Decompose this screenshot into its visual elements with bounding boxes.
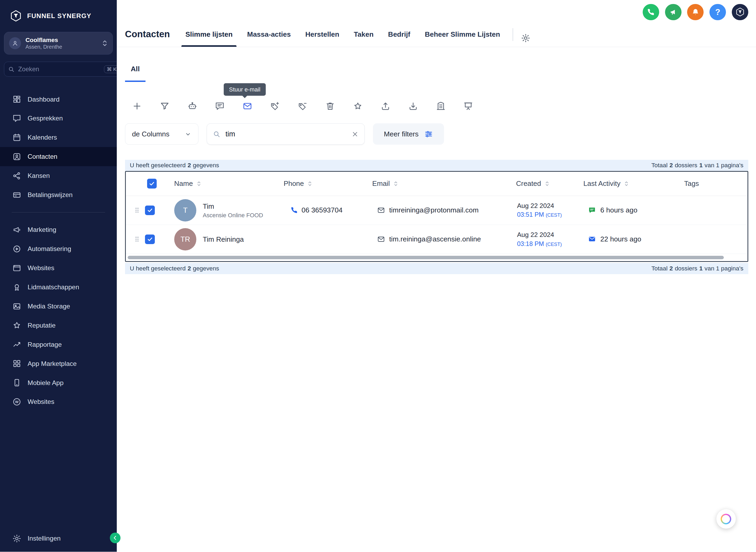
table-row[interactable]: TR Tim Reininga tim.reininga@ascensie.on… xyxy=(126,225,748,254)
conversations-icon xyxy=(12,114,21,123)
reporting-icon xyxy=(12,340,21,349)
favorite-button[interactable] xyxy=(352,100,364,112)
notifications-button[interactable] xyxy=(687,4,704,20)
brand-name: FUNNEL SYNERGY xyxy=(27,12,91,20)
memberships-icon xyxy=(12,283,21,292)
delete-contacts-button[interactable] xyxy=(325,100,336,112)
smart-list-tab-all[interactable]: All xyxy=(125,58,145,82)
more-filters-button[interactable]: Meer filters xyxy=(373,123,444,145)
contacts-icon xyxy=(12,152,21,161)
send-email-button[interactable] xyxy=(242,100,253,112)
avatar: T xyxy=(174,199,197,222)
brand-badge[interactable] xyxy=(732,4,748,20)
column-label: Name xyxy=(174,179,193,188)
automation-icon xyxy=(12,244,21,254)
sidebar-item-kansen[interactable]: Kansen xyxy=(0,166,117,185)
sidebar-item-media-storage[interactable]: Media Storage xyxy=(0,297,117,316)
sidebar-item-label: Marketing xyxy=(28,226,56,234)
account-switcher[interactable]: Coolflames Assen, Drenthe xyxy=(4,32,113,54)
help-button[interactable]: ? xyxy=(710,4,726,20)
sidebar-item-label: Kansen xyxy=(28,172,50,179)
sidebar-search-box[interactable]: ⌘ K xyxy=(4,62,123,77)
row-select-checkbox[interactable] xyxy=(145,205,154,215)
columns-dropdown[interactable]: de Columns xyxy=(125,123,199,145)
table-row[interactable]: T Tim Ascensie Online FOOD 06 36593704 t… xyxy=(126,196,748,225)
tab-slimme-lijsten[interactable]: Slimme lijsten xyxy=(181,30,237,47)
column-header-phone[interactable]: Phone xyxy=(283,179,372,188)
send-sms-button[interactable] xyxy=(214,100,226,112)
sidebar-item-websites[interactable]: Websites xyxy=(0,258,117,278)
sidebar-item-betalingswijzen[interactable]: Betalingswijzen xyxy=(0,185,117,204)
created-timezone: (CEST) xyxy=(546,242,562,247)
envelope-icon xyxy=(242,101,252,111)
envelope-icon xyxy=(377,235,385,243)
add-tag-button[interactable] xyxy=(269,100,281,112)
brand-hexagon-icon xyxy=(10,10,22,22)
tab-bedrijf[interactable]: Bedrijf xyxy=(384,30,414,47)
sidebar-item-app-marketplace[interactable]: App Marketplace xyxy=(0,354,117,373)
sidebar-item-gesprekken[interactable]: Gesprekken xyxy=(0,109,117,128)
contact-search-input[interactable] xyxy=(226,130,347,138)
sidebar-item-label: Websites xyxy=(28,398,54,406)
page-current: 1 xyxy=(699,265,703,272)
screen-share-button[interactable] xyxy=(463,100,474,112)
header-divider xyxy=(513,28,513,41)
sidebar-item-instellingen[interactable]: Instellingen xyxy=(0,529,117,548)
sort-icon xyxy=(307,180,313,187)
sidebar-item-wordpress[interactable]: W Websites xyxy=(0,392,117,411)
tab-taken[interactable]: Taken xyxy=(350,30,377,47)
tab-herstellen[interactable]: Herstellen xyxy=(301,30,343,47)
sidebar-item-label: Media Storage xyxy=(28,303,70,310)
sidebar-item-label: Reputatie xyxy=(28,322,55,329)
company-button[interactable] xyxy=(435,100,447,112)
sidebar-item-label: Gesprekken xyxy=(28,115,63,122)
sidebar-item-lidmaatschappen[interactable]: Lidmaatschappen xyxy=(0,278,117,297)
call-button[interactable] xyxy=(643,4,659,20)
table-header-row: Name Phone Email Created Last Activity T… xyxy=(126,172,748,196)
sidebar-item-marketing[interactable]: Marketing xyxy=(0,220,117,239)
floating-assistant-button[interactable] xyxy=(716,509,736,529)
sidebar-item-label: Websites xyxy=(28,264,54,272)
export-contacts-button[interactable] xyxy=(380,100,391,112)
more-filters-label: Meer filters xyxy=(384,130,418,138)
drag-handle[interactable] xyxy=(134,206,140,214)
tab-beheer-slimme-lijsten[interactable]: Beheer Slimme Lijsten xyxy=(421,30,504,47)
contact-search-box[interactable] xyxy=(207,123,365,145)
column-header-name[interactable]: Name xyxy=(174,179,283,188)
sidebar-item-dashboard[interactable]: Dashboard xyxy=(0,90,117,109)
settings-gear-button[interactable] xyxy=(521,33,530,43)
tag-minus-icon xyxy=(298,101,308,111)
selected-suffix: gegevens xyxy=(193,162,219,169)
add-contact-button[interactable] xyxy=(131,100,143,112)
filter-button[interactable] xyxy=(159,100,170,112)
column-header-created[interactable]: Created xyxy=(516,179,583,188)
column-header-tags[interactable]: Tags xyxy=(684,179,748,188)
row-select-checkbox[interactable] xyxy=(145,235,154,244)
envelope-icon xyxy=(377,206,385,214)
sidebar-item-rapportage[interactable]: Rapportage xyxy=(0,335,117,354)
drag-handle[interactable] xyxy=(134,235,140,243)
sidebar-collapse-button[interactable] xyxy=(110,533,121,543)
horizontal-scrollbar[interactable] xyxy=(128,256,724,259)
column-header-email[interactable]: Email xyxy=(372,179,516,188)
sidebar-item-automatisering[interactable]: Automatisering xyxy=(0,239,117,258)
select-all-checkbox[interactable] xyxy=(147,179,157,188)
column-header-last-activity[interactable]: Last Activity xyxy=(583,179,684,188)
import-contacts-button[interactable] xyxy=(407,100,419,112)
sidebar-item-kalenders[interactable]: Kalenders xyxy=(0,128,117,147)
selection-info-bar-top: U heeft geselecteerd 2 gegevens Totaal 2… xyxy=(125,160,748,171)
sidebar-item-reputatie[interactable]: Reputatie xyxy=(0,316,117,335)
sidebar-search-input[interactable] xyxy=(18,66,101,73)
announcements-button[interactable] xyxy=(665,4,681,20)
clear-search-button[interactable] xyxy=(351,131,359,138)
remove-tag-button[interactable] xyxy=(297,100,308,112)
check-icon xyxy=(149,180,155,187)
page-title: Contacten xyxy=(125,29,170,39)
columns-dropdown-label: de Columns xyxy=(132,130,169,138)
sidebar-item-contacten[interactable]: Contacten xyxy=(0,147,117,166)
payments-icon xyxy=(12,190,21,200)
opportunities-icon xyxy=(12,171,21,180)
tab-massa-acties[interactable]: Massa-acties xyxy=(243,30,294,47)
sidebar-item-mobiele-app[interactable]: Mobiele App xyxy=(0,373,117,393)
ai-bot-button[interactable] xyxy=(186,100,198,112)
